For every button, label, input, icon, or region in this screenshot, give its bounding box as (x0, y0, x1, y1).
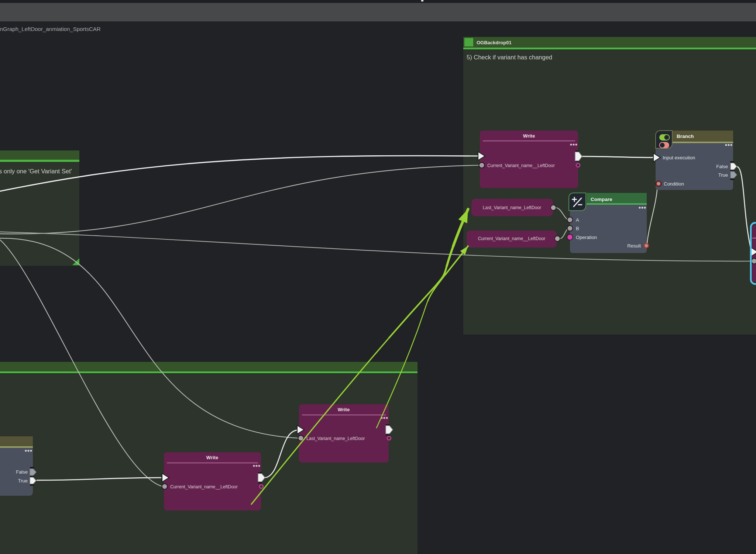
svg-text:A: A (576, 217, 579, 223)
svg-text:Operation: Operation (576, 235, 597, 240)
svg-text:Compare: Compare (591, 197, 612, 202)
svg-text:5) Check if variant has change: 5) Check if variant has changed (467, 54, 552, 60)
svg-text:Condition: Condition (664, 181, 684, 187)
svg-text:False: False (16, 469, 28, 475)
svg-text:Last_Variant_name_LeftDoor: Last_Variant_name_LeftDoor (306, 436, 365, 441)
svg-text:Result: Result (627, 243, 641, 249)
svg-text:Write: Write (206, 455, 218, 460)
svg-text:s only one 'Get Variant Set': s only one 'Get Variant Set' (0, 168, 72, 174)
svg-text:B: B (576, 226, 579, 231)
svg-text:Current_Variant_name__LeftDoor: Current_Variant_name__LeftDoor (170, 484, 238, 489)
svg-text:Last_Variant_name_LeftDoor: Last_Variant_name_LeftDoor (483, 205, 541, 210)
svg-text:Branch: Branch (677, 134, 694, 139)
svg-text:Current_Variant_name__LeftDoor: Current_Variant_name__LeftDoor (487, 163, 555, 168)
svg-text:OGBackdrop01: OGBackdrop01 (477, 40, 512, 45)
svg-text:False: False (716, 164, 728, 169)
svg-text:Write: Write (523, 133, 535, 139)
svg-text:True: True (718, 172, 728, 178)
svg-text:nGraph_LeftDoor_anmiation_Spor: nGraph_LeftDoor_anmiation_SportsCAR (0, 26, 101, 32)
svg-text:True: True (18, 478, 28, 484)
svg-text:Write: Write (338, 407, 350, 412)
svg-text:Current_Variant_name__LeftDoor: Current_Variant_name__LeftDoor (478, 236, 546, 241)
svg-text:Input execution: Input execution (663, 155, 695, 160)
